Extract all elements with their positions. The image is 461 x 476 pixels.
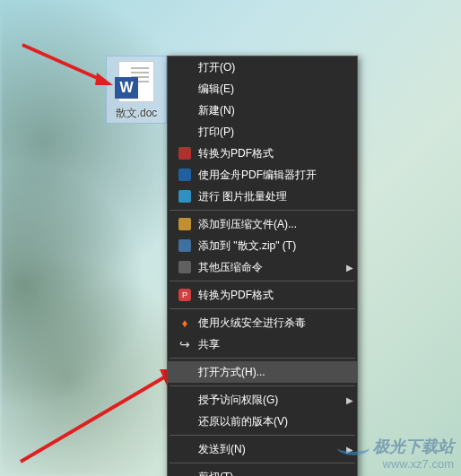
menu-open-pdf-editor[interactable]: 使用金舟PDF编辑器打开 <box>168 164 357 186</box>
menu-label: 打印(P) <box>198 125 357 140</box>
menu-label: 还原以前的版本(V) <box>198 414 357 429</box>
menu-open-with[interactable]: 打开方式(H)... <box>168 361 357 383</box>
menu-restore-version[interactable]: 还原以前的版本(V) <box>168 411 357 432</box>
file-label: 散文.doc <box>107 106 166 121</box>
menu-cut[interactable]: 剪切(T) <box>168 466 357 476</box>
share-icon: ↪ <box>175 337 195 351</box>
word-badge-icon: W <box>115 77 138 99</box>
pdf-icon <box>175 146 195 160</box>
zip-icon <box>175 238 195 253</box>
menu-label: 共享 <box>198 337 357 352</box>
menu-label: 添加到压缩文件(A)... <box>198 217 357 232</box>
menu-grant-access[interactable]: 授予访问权限(G) ▶ <box>168 389 357 411</box>
menu-other-compress[interactable]: 其他压缩命令 ▶ <box>168 256 357 278</box>
blank-icon <box>175 125 195 139</box>
blank-icon <box>175 103 195 117</box>
compress-icon <box>175 260 195 274</box>
blank-icon <box>175 82 195 96</box>
menu-separator <box>170 210 355 211</box>
pdf-editor-icon <box>175 168 195 182</box>
menu-separator <box>170 281 355 281</box>
pdf-red-icon: P <box>175 288 195 302</box>
menu-edit[interactable]: 编辑(E) <box>168 78 357 100</box>
menu-label: 授予访问权限(G) <box>198 393 343 408</box>
menu-separator <box>170 463 355 463</box>
chevron-right-icon: ▶ <box>343 445 357 454</box>
menu-label: 使用金舟PDF编辑器打开 <box>198 168 357 183</box>
menu-separator <box>170 308 355 309</box>
menu-add-zip[interactable]: 添加到 "散文.zip" (T) <box>168 235 357 256</box>
blank-icon <box>175 60 195 74</box>
menu-label: 其他压缩命令 <box>198 260 343 275</box>
menu-new[interactable]: 新建(N) <box>168 100 357 121</box>
blank-icon <box>175 442 195 456</box>
menu-label: 编辑(E) <box>198 82 357 97</box>
menu-antivirus[interactable]: ♦ 使用火绒安全进行杀毒 <box>168 312 357 333</box>
menu-label: 发送到(N) <box>198 442 343 457</box>
menu-label: 剪切(T) <box>198 470 357 477</box>
blank-icon <box>175 365 195 379</box>
menu-label: 添加到 "散文.zip" (T) <box>198 238 357 254</box>
image-icon <box>175 189 195 203</box>
file-icon-selected[interactable]: W 散文.doc <box>106 56 167 124</box>
menu-label: 打开(O) <box>198 60 357 75</box>
blank-icon <box>175 414 195 428</box>
menu-separator <box>170 358 355 359</box>
context-menu: 打开(O) 编辑(E) 新建(N) 打印(P) 转换为PDF格式 使用金舟PDF… <box>167 56 358 476</box>
menu-convert-pdf[interactable]: 转换为PDF格式 <box>168 143 357 164</box>
menu-separator <box>170 435 355 436</box>
menu-convert-pdf-2[interactable]: P 转换为PDF格式 <box>168 284 357 306</box>
menu-label: 使用火绒安全进行杀毒 <box>198 316 357 331</box>
menu-print[interactable]: 打印(P) <box>168 121 357 143</box>
menu-send-to[interactable]: 发送到(N) ▶ <box>168 438 357 460</box>
menu-separator <box>170 385 355 386</box>
menu-label: 转换为PDF格式 <box>198 288 357 303</box>
chevron-right-icon: ▶ <box>343 263 357 273</box>
menu-label: 新建(N) <box>198 103 357 118</box>
archive-icon <box>175 217 195 231</box>
blank-icon <box>175 470 195 476</box>
word-document-icon: W <box>118 61 154 102</box>
menu-share[interactable]: ↪ 共享 <box>168 333 357 355</box>
menu-label: 进行 图片批量处理 <box>198 189 357 204</box>
chevron-right-icon: ▶ <box>343 395 357 405</box>
menu-label: 打开方式(H)... <box>198 365 357 380</box>
menu-add-archive[interactable]: 添加到压缩文件(A)... <box>168 213 357 235</box>
menu-label: 转换为PDF格式 <box>198 146 357 161</box>
menu-image-batch[interactable]: 进行 图片批量处理 <box>168 186 357 207</box>
blank-icon <box>175 393 195 407</box>
fire-icon: ♦ <box>175 316 195 330</box>
menu-open[interactable]: 打开(O) <box>168 56 357 78</box>
